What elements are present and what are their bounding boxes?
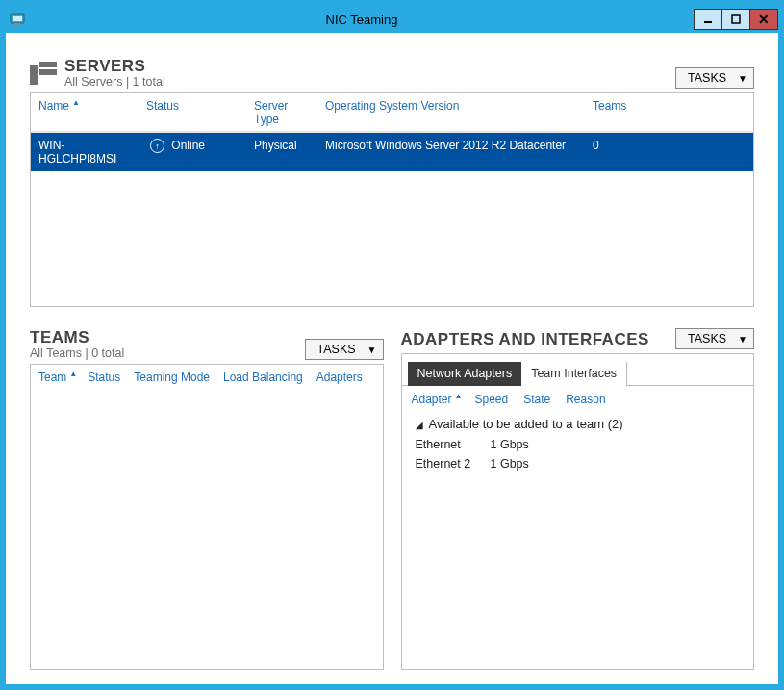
servers-icon [30, 62, 57, 89]
maximize-button[interactable] [721, 9, 750, 30]
col-adapters[interactable]: Adapters [316, 371, 363, 384]
adapters-grid-header: Adapter▲ Speed State Reason [402, 386, 754, 411]
teams-tasks-button[interactable]: TASKS ▼ [305, 339, 384, 360]
servers-grid: Name▲ Status Server Type Operating Syste… [30, 92, 754, 307]
col-state[interactable]: State [523, 393, 550, 406]
tab-network-adapters[interactable]: Network Adapters [408, 362, 522, 386]
teams-subheading: All Teams | 0 total [30, 346, 305, 360]
minimize-button[interactable] [694, 9, 722, 30]
sort-asc-icon: ▲ [72, 98, 80, 107]
cell-os: Microsoft Windows Server 2012 R2 Datacen… [325, 139, 593, 166]
client-area: SERVERS All Servers | 1 total TASKS ▼ Na… [6, 33, 778, 684]
col-os[interactable]: Operating System Version [325, 99, 593, 126]
cell-type: Physical [254, 139, 325, 166]
servers-subheading: All Servers | 1 total [64, 75, 675, 89]
window-title: NIC Teaming [29, 13, 695, 27]
teams-grid: Team▲ Status Teaming Mode Load Balancing… [30, 364, 384, 670]
svg-rect-6 [39, 62, 57, 67]
col-type[interactable]: Server Type [254, 99, 325, 126]
cell-teams: 0 [593, 139, 650, 166]
cell-adapter: Ethernet [416, 438, 477, 451]
adapters-section: ADAPTERS AND INTERFACES TASKS ▼ Network … [401, 328, 755, 670]
servers-heading: SERVERS [64, 57, 675, 76]
adapter-row[interactable]: Ethernet 2 1 Gbps [402, 454, 754, 473]
col-reason[interactable]: Reason [566, 393, 605, 406]
teams-grid-header: Team▲ Status Teaming Mode Load Balancing… [31, 365, 383, 389]
svg-rect-5 [30, 65, 38, 85]
servers-tasks-button[interactable]: TASKS ▼ [675, 67, 754, 89]
window-controls: ✕ [695, 9, 778, 30]
sort-asc-icon: ▲ [455, 392, 463, 400]
col-status[interactable]: Status [88, 371, 120, 384]
server-row-selected[interactable]: WIN-HGLCHPI8MSI ↑ Online Physical Micros… [31, 133, 753, 171]
nic-teaming-window: NIC Teaming ✕ SERVERS All Servers | 1 [6, 6, 778, 684]
svg-rect-7 [39, 69, 57, 75]
app-icon [6, 13, 29, 26]
sort-asc-icon: ▲ [69, 370, 77, 378]
chevron-down-icon: ▼ [738, 73, 747, 84]
col-name[interactable]: Name▲ [38, 99, 146, 126]
teams-heading: TEAMS [30, 328, 305, 347]
svg-rect-4 [732, 15, 740, 23]
adapter-tabs: Network Adapters Team Interfaces [408, 362, 754, 386]
status-up-icon: ↑ [150, 139, 164, 153]
col-lb[interactable]: Load Balancing [223, 371, 303, 384]
adapters-heading: ADAPTERS AND INTERFACES [401, 330, 676, 349]
svg-rect-3 [704, 21, 712, 23]
col-teams[interactable]: Teams [593, 99, 650, 126]
chevron-down-icon: ▼ [738, 334, 747, 345]
teams-section: TEAMS All Teams | 0 total TASKS ▼ Team▲ … [30, 328, 384, 670]
adapter-row[interactable]: Ethernet 1 Gbps [402, 435, 754, 454]
cell-name: WIN-HGLCHPI8MSI [38, 139, 146, 166]
lower-panels: TEAMS All Teams | 0 total TASKS ▼ Team▲ … [30, 328, 754, 670]
adapters-panel: Network Adapters Team Interfaces Adapter… [401, 353, 755, 670]
cell-adapter: Ethernet 2 [416, 457, 477, 471]
col-adapter[interactable]: Adapter▲ [412, 393, 460, 406]
cell-status: ↑ Online [146, 139, 254, 166]
svg-rect-1 [13, 16, 22, 21]
adapters-tasks-button[interactable]: TASKS ▼ [675, 328, 754, 349]
close-button[interactable]: ✕ [749, 9, 778, 30]
adapter-group-available[interactable]: ◢Available to be added to a team (2) [402, 411, 754, 435]
col-speed[interactable]: Speed [474, 393, 508, 406]
cell-speed: 1 Gbps [491, 457, 539, 471]
chevron-down-icon: ▼ [367, 345, 377, 355]
servers-section: SERVERS All Servers | 1 total TASKS ▼ Na… [30, 57, 754, 307]
collapse-icon: ◢ [416, 420, 423, 430]
titlebar[interactable]: NIC Teaming ✕ [6, 6, 778, 33]
servers-grid-header: Name▲ Status Server Type Operating Syste… [31, 93, 753, 133]
servers-grid-body [31, 171, 753, 306]
col-status[interactable]: Status [146, 99, 254, 126]
cell-speed: 1 Gbps [491, 438, 539, 451]
col-mode[interactable]: Teaming Mode [134, 371, 210, 384]
col-team[interactable]: Team▲ [38, 371, 74, 384]
svg-rect-2 [14, 23, 20, 25]
tab-team-interfaces[interactable]: Team Interfaces [521, 362, 627, 386]
